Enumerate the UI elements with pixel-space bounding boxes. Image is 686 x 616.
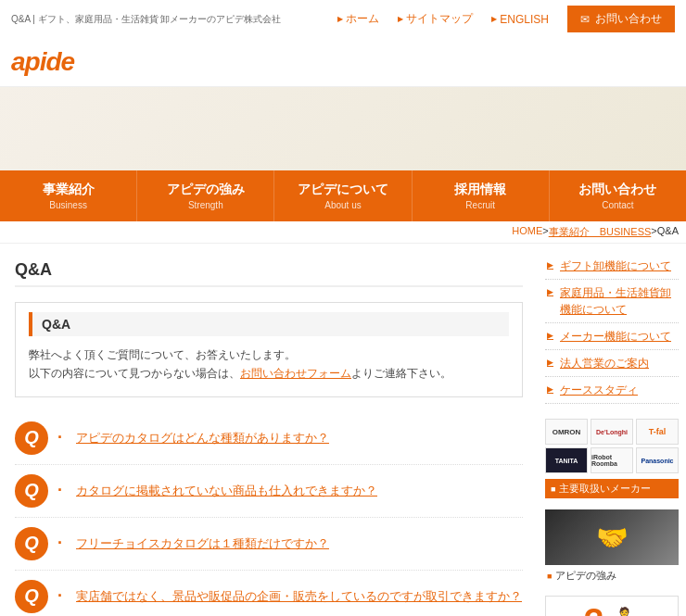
sidebar-nav-case[interactable]: ケーススタディ [545,377,679,404]
sidebar-nav-maker[interactable]: メーカー機能について [545,323,679,350]
qa-link[interactable]: 実店舗ではなく、景品や販促品の企画・販売をしているのですが取引できますか？ [76,580,522,606]
sidebar-nav: ギフト卸機能について 家庭用品・生活雑貨卸機能について メーカー機能について 法… [545,253,679,404]
nav-contact-sub: Contact [557,200,679,210]
nav-recruit[interactable]: 採用情報 Recruit [413,170,550,221]
strength-section: 🤝 アピデの強み [545,509,679,586]
figure-decoration: 🧍 [608,606,641,616]
contact-btn-label: お問い合わせ [595,11,662,27]
nav-contact[interactable]: お問い合わせ Contact [550,170,686,221]
qa-section-title: Q&A [29,312,509,336]
q-icon: Q [15,421,48,455]
qa-item: Q . カタログに掲載されていない商品も仕入れできますか？ [15,465,523,518]
nav-business-sub: Business [7,200,129,210]
q-icon: Q [15,580,48,613]
manufacturer-section-title: 主要取扱いメーカー [545,479,679,498]
nav-strength-title: アピデの強み [145,182,266,198]
top-navigation: ホーム サイトマップ ENGLISH ✉ お問い合わせ [337,6,675,32]
contact-button[interactable]: ✉ お問い合わせ [567,6,675,32]
omron-logo: OMRON [545,419,588,445]
sitemap-link[interactable]: サイトマップ [398,11,473,27]
site-logo[interactable]: apide [11,47,74,76]
page-title: Q&A [15,253,523,287]
q-icon: Q [15,527,48,560]
nav-about-sub: About us [282,200,403,210]
qa-item: Q . アピデのカタログはどんな種類がありますか？ [15,412,523,465]
nav-strength[interactable]: アピデの強み Strength [137,170,274,221]
breadcrumb-home[interactable]: HOME [512,225,542,239]
breadcrumb-current: Q&A [657,225,679,239]
handshake-image: 🤝 [545,509,679,565]
mail-icon: ✉ [580,13,590,26]
qa-link[interactable]: カタログに掲載されていない商品も仕入れできますか？ [76,474,377,500]
qa-section: Q&A 弊社へよく頂くご質問について、お答えいたします。 以下の内容について見つ… [15,302,523,397]
sidebar-nav-household[interactable]: 家庭用品・生活雑貨卸機能について [545,280,679,323]
manufacturer-section: OMRON De'Longhi T-fal TANITA iRobot Room… [545,419,679,498]
tanita-logo: TANITA [545,447,588,473]
breadcrumb-business[interactable]: 事業紹介 BUSINESS [549,225,652,239]
strength-title: アピデの強み [545,565,679,586]
qa-intro-line1: 弊社へよく頂くご質問について、お答えいたします。 [29,348,296,361]
qa-item: Q . 実店舗ではなく、景品や販促品の企画・販売をしているのですが取引できますか… [15,571,523,616]
irobot-logo: iRobot Roomba [591,447,633,473]
q-icon: Q [15,474,48,508]
qa-link[interactable]: フリーチョイスカタログは１種類だけですか？ [76,527,329,553]
case-study-image: ? 🧍 [545,596,679,616]
home-link[interactable]: ホーム [337,11,379,27]
hero-banner [0,87,686,170]
case-study-section: ? 🧍 ケーススタディ Q A [545,596,679,616]
english-link[interactable]: ENGLISH [491,13,549,26]
nav-about[interactable]: アピデについて About us [274,170,412,221]
breadcrumb: HOME > 事業紹介 BUSINESS > Q&A [0,221,686,244]
nav-business-title: 事業紹介 [7,182,129,198]
q-dot: . [57,423,67,443]
manufacturer-grid: OMRON De'Longhi T-fal TANITA iRobot Room… [545,419,679,473]
sidebar-nav-gift[interactable]: ギフト卸機能について [545,253,679,280]
nav-contact-title: お問い合わせ [557,182,679,198]
qa-item: Q . フリーチョイスカタログは１種類だけですか？ [15,518,523,571]
q-dot: . [57,582,67,601]
q-dot: . [57,529,67,548]
sidebar: ギフト卸機能について 家庭用品・生活雑貨卸機能について メーカー機能について 法… [538,244,686,616]
panasonic-logo: Panasonic [636,447,679,473]
nav-about-title: アピデについて [282,182,403,198]
sidebar-nav-corporate[interactable]: 法人営業のご案内 [545,350,679,377]
q-dot: . [57,476,67,496]
delonghi-logo: De'Longhi [591,419,633,445]
question-mark-decoration: ? [584,602,604,617]
nav-strength-sub: Strength [145,200,266,210]
qa-intro-line2: 以下の内容について見つからない場合は、 [29,367,240,380]
qa-intro-line3: よりご連絡下さい。 [351,367,451,380]
qa-list: Q . アピデのカタログはどんな種類がありますか？ Q . カタログに掲載されて… [15,412,523,616]
nav-recruit-sub: Recruit [420,200,541,210]
qa-link[interactable]: アピデのカタログはどんな種類がありますか？ [76,421,329,447]
qa-form-link[interactable]: お問い合わせフォーム [240,367,351,380]
tab-title-text: Q&A | ギフト、家庭用品・生活雑貨 卸メーカーのアピデ株式会社 [11,13,282,26]
main-navigation: 事業紹介 Business アピデの強み Strength アピデについて Ab… [0,170,686,221]
nav-business[interactable]: 事業紹介 Business [0,170,137,221]
nav-recruit-title: 採用情報 [420,182,541,198]
tefal-logo: T-fal [636,419,679,445]
qa-intro: 弊社へよく頂くご質問について、お答えいたします。 以下の内容について見つからない… [29,346,509,383]
